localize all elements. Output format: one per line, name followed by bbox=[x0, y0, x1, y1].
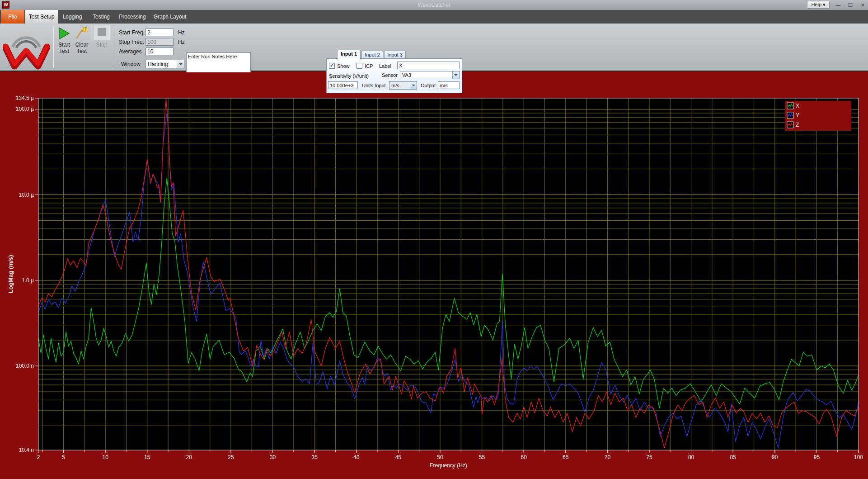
menu-tab-file[interactable]: File bbox=[1, 10, 24, 24]
svg-text:35: 35 bbox=[311, 454, 318, 460]
start-test-icon[interactable] bbox=[58, 27, 70, 40]
svg-text:10: 10 bbox=[102, 454, 108, 460]
minimize-button[interactable]: — bbox=[833, 1, 844, 9]
svg-text:100.0 µ: 100.0 µ bbox=[16, 106, 34, 112]
start-freq-label: Start Freq. bbox=[119, 29, 145, 36]
clear-test-button[interactable]: Clear Test bbox=[70, 42, 93, 54]
svg-text:10.4 n: 10.4 n bbox=[19, 447, 34, 453]
icp-label: ICP bbox=[365, 63, 373, 69]
stop-freq-label: Stop Freq. bbox=[119, 39, 144, 45]
svg-text:100: 100 bbox=[854, 454, 863, 460]
menu-tab-processing[interactable]: Processing bbox=[117, 10, 148, 24]
svg-text:50: 50 bbox=[437, 454, 443, 460]
stop-freq-input[interactable] bbox=[145, 38, 174, 46]
start-freq-input[interactable] bbox=[145, 28, 174, 36]
input-1-pane: ✓ Show ✓ ICP Label Sensitivity (V/unit) … bbox=[326, 58, 462, 93]
run-notes-input[interactable]: Enter Run Notes Here bbox=[186, 52, 251, 73]
clear-test-label: Clear bbox=[75, 42, 89, 48]
chevron-down-icon[interactable] bbox=[177, 60, 184, 68]
svg-text:134.5 µ: 134.5 µ bbox=[16, 95, 34, 101]
label-label: Label bbox=[379, 63, 391, 69]
svg-text:30: 30 bbox=[270, 454, 276, 460]
input-panel: Input 1 Input 2 Input 3 ✓ Show ✓ ICP Lab… bbox=[326, 50, 462, 93]
legend: XYZ bbox=[785, 101, 851, 131]
title-bar: W WaveCatcher Help ▾ — ❐ ✕ bbox=[0, 0, 868, 10]
units-input-label: Units Input bbox=[362, 83, 386, 88]
svg-text:85: 85 bbox=[730, 454, 737, 460]
tab-input-2[interactable]: Input 2 bbox=[361, 51, 383, 59]
maximize-button[interactable]: ❐ bbox=[845, 1, 856, 9]
tab-input-3[interactable]: Input 3 bbox=[384, 51, 406, 59]
svg-text:1.0 µ: 1.0 µ bbox=[22, 277, 34, 284]
menu-bar: File Test Setup Logging Testing Processi… bbox=[0, 10, 868, 24]
menu-tab-graph-layout[interactable]: Graph Layout bbox=[151, 10, 189, 24]
start-test-label: Start bbox=[58, 42, 70, 48]
svg-text:100.0 n: 100.0 n bbox=[16, 363, 34, 369]
tab-input-1[interactable]: Input 1 bbox=[337, 50, 361, 59]
svg-text:2: 2 bbox=[37, 454, 40, 460]
output-units-field bbox=[438, 81, 460, 89]
menu-tab-testing[interactable]: Testing bbox=[89, 10, 114, 24]
clear-test-icon[interactable] bbox=[75, 26, 88, 40]
svg-text:60: 60 bbox=[521, 454, 527, 460]
show-label: Show bbox=[337, 63, 350, 69]
svg-text:75: 75 bbox=[646, 454, 652, 460]
svg-text:20: 20 bbox=[186, 454, 192, 460]
window-select[interactable]: Hanning bbox=[145, 60, 184, 68]
stop-icon bbox=[98, 28, 106, 36]
chart-panel: 2510152025303540455055606570758085909510… bbox=[0, 72, 868, 479]
svg-text:70: 70 bbox=[605, 454, 611, 460]
menu-tab-logging[interactable]: Logging bbox=[59, 10, 86, 24]
svg-text:25: 25 bbox=[228, 454, 234, 460]
legend-label: X bbox=[796, 103, 799, 109]
window-select-value: Hanning bbox=[148, 61, 168, 67]
menu-tab-test-setup[interactable]: Test Setup bbox=[25, 10, 58, 24]
svg-text:40: 40 bbox=[353, 454, 360, 460]
svg-text:15: 15 bbox=[144, 454, 150, 460]
averages-input[interactable] bbox=[145, 47, 174, 55]
chevron-down-icon[interactable] bbox=[410, 82, 417, 89]
sensor-select-value: VA3 bbox=[402, 72, 411, 78]
help-label: Help bbox=[811, 2, 821, 7]
window-label: Window bbox=[121, 61, 141, 67]
legend-label: Z bbox=[796, 122, 799, 128]
svg-text:65: 65 bbox=[563, 454, 569, 460]
chevron-down-icon[interactable] bbox=[452, 71, 459, 79]
sensor-select[interactable]: VA3 bbox=[400, 71, 460, 79]
icp-checkbox[interactable]: ✓ bbox=[357, 63, 362, 69]
close-button[interactable]: ✕ bbox=[857, 1, 868, 9]
svg-text:80: 80 bbox=[688, 454, 694, 460]
svg-text:90: 90 bbox=[772, 454, 778, 460]
svg-text:55: 55 bbox=[479, 454, 485, 460]
herzan-logo bbox=[3, 25, 50, 70]
label-input[interactable] bbox=[397, 62, 460, 69]
averages-label: Averages bbox=[119, 48, 141, 55]
svg-text:LogMag (m/s): LogMag (m/s) bbox=[7, 255, 14, 294]
svg-text:45: 45 bbox=[395, 454, 402, 460]
sensor-label: Sensor bbox=[382, 72, 398, 78]
window-title: WaveCatcher bbox=[0, 2, 868, 8]
help-button[interactable]: Help ▾ bbox=[807, 1, 830, 9]
sensitivity-input[interactable] bbox=[328, 81, 358, 89]
svg-text:10.0 µ: 10.0 µ bbox=[19, 192, 34, 198]
show-checkbox[interactable]: ✓ bbox=[329, 63, 335, 69]
toolbar-ribbon: Start Test Clear Test Stop Start Freq. H… bbox=[0, 24, 868, 71]
spectrum-chart[interactable]: 2510152025303540455055606570758085909510… bbox=[0, 72, 868, 479]
units-input-value: m/s bbox=[391, 83, 399, 88]
output-label: Output bbox=[421, 83, 436, 88]
svg-text:5: 5 bbox=[62, 454, 65, 460]
svg-text:95: 95 bbox=[814, 454, 820, 460]
stop-button: Stop bbox=[92, 42, 112, 48]
start-freq-unit: Hz bbox=[178, 29, 185, 36]
units-input-select[interactable]: m/s bbox=[389, 81, 417, 90]
stop-freq-unit: Hz bbox=[178, 39, 185, 45]
sensitivity-label: Sensitivity (V/unit) bbox=[329, 73, 369, 79]
svg-text:Frequency (Hz): Frequency (Hz) bbox=[430, 462, 467, 469]
legend-label: Y bbox=[796, 112, 799, 119]
ribbon-separator bbox=[114, 26, 114, 68]
